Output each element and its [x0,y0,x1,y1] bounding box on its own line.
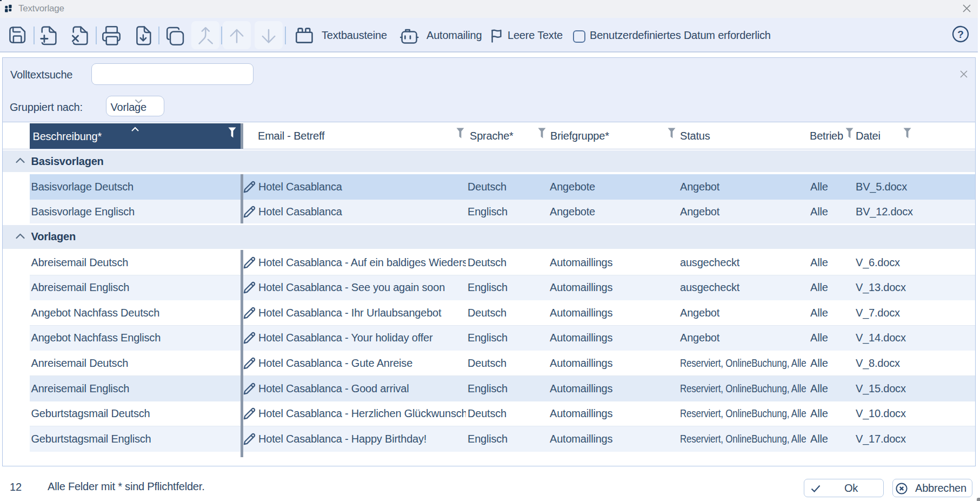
svg-text:?: ? [957,29,964,40]
